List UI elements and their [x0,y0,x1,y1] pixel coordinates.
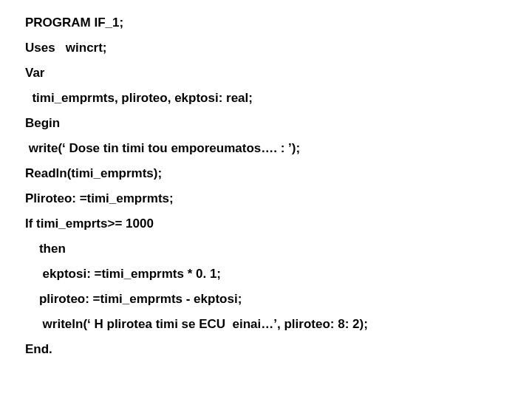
code-line: End. [25,343,532,355]
code-line: Pliroteo: =timi_emprmts; [25,192,532,205]
code-line: Readln(timi_emprmts); [25,167,532,180]
code-line: ekptosi: =timi_emprmts * 0. 1; [25,267,532,280]
code-line: pliroteo: =timi_emprmts - ekptosi; [25,293,532,305]
code-line: then [25,242,532,255]
code-line: Uses wincrt; [25,41,532,54]
code-line: write(‘ Dose tin timi tou emporeumatos….… [25,142,532,154]
code-line: Begin [25,117,532,129]
code-line: Var [25,66,532,79]
code-line: timi_emprmts, pliroteo, ekptosi: real; [25,92,532,104]
code-line: writeln(‘ H plirotea timi se ECU einai…’… [25,318,532,330]
code-line: PROGRAM IF_1; [25,16,532,29]
code-line: If timi_emprts>= 1000 [25,217,532,230]
code-document: PROGRAM IF_1; Uses wincrt; Var timi_empr… [0,0,532,355]
